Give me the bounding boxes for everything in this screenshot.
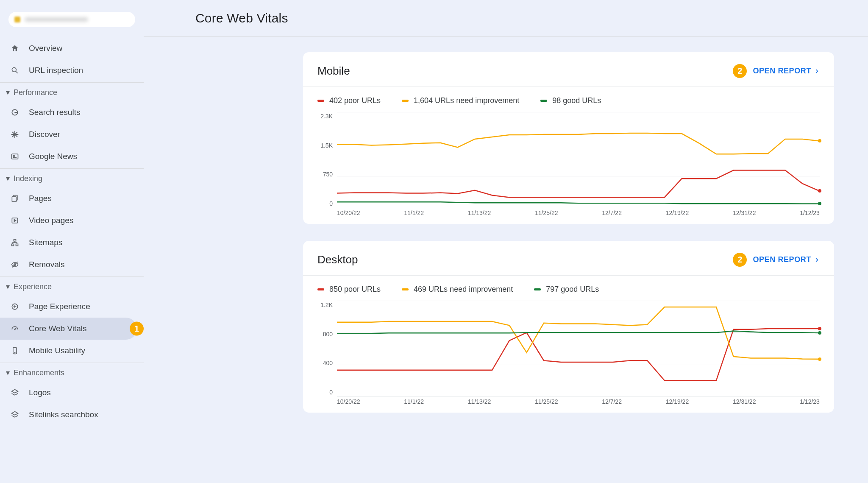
- annotation-marker-2: 2: [733, 253, 747, 267]
- sidebar-item-url-inspection[interactable]: URL inspection: [0, 59, 144, 81]
- legend-poor-label: 402 poor URLs: [329, 96, 381, 105]
- legend-poor: 850 poor URLs: [317, 285, 381, 294]
- open-report-link[interactable]: OPEN REPORT: [753, 67, 820, 75]
- open-report-link[interactable]: OPEN REPORT: [753, 255, 820, 264]
- layers-icon: [10, 410, 19, 419]
- sidebar: Overview URL inspection ▾ Performance Se…: [0, 0, 144, 483]
- visibility-off-icon: [10, 260, 19, 269]
- svg-point-13: [14, 352, 15, 353]
- svg-point-11: [14, 329, 15, 330]
- chevron-down-icon: ▾: [5, 90, 10, 95]
- sidebar-item-label: Mobile Usability: [29, 346, 85, 355]
- legend-good: 797 good URLs: [534, 285, 599, 294]
- home-icon: [10, 44, 19, 53]
- sidebar-item-video-pages[interactable]: Video pages: [0, 209, 144, 232]
- divider: [0, 168, 144, 169]
- annotation-marker-2: 2: [733, 64, 747, 78]
- layers-icon: [10, 388, 19, 397]
- legend-improve-label: 1,604 URLs need improvement: [414, 96, 519, 105]
- sidebar-item-mobile-usability[interactable]: Mobile Usability: [0, 340, 144, 362]
- sidebar-item-pages[interactable]: Pages: [0, 187, 144, 209]
- asterisk-icon: [10, 130, 19, 139]
- video-icon: [10, 216, 19, 225]
- divider: [0, 276, 144, 277]
- group-experience[interactable]: ▾ Experience: [0, 278, 144, 296]
- sidebar-item-label: URL inspection: [29, 66, 83, 75]
- sidebar-item-search-results[interactable]: Search results: [0, 101, 144, 123]
- sidebar-item-google-news[interactable]: Google News: [0, 145, 144, 168]
- chevron-right-icon: [814, 68, 820, 74]
- google-icon: [10, 108, 19, 117]
- legend-good-label: 98 good URLs: [552, 96, 601, 105]
- sidebar-item-label: Video pages: [29, 216, 73, 225]
- chevron-down-icon: ▾: [5, 284, 10, 289]
- sidebar-item-label: Google News: [29, 152, 77, 161]
- svg-rect-6: [14, 240, 16, 241]
- sidebar-item-overview[interactable]: Overview: [0, 37, 144, 59]
- desktop-chart: 1.2K800400010/20/2211/1/2211/13/2211/25/…: [317, 301, 820, 407]
- group-label: Enhancements: [14, 369, 64, 377]
- legend-good: 98 good URLs: [540, 96, 601, 105]
- sidebar-item-core-web-vitals[interactable]: Core Web Vitals 1: [0, 318, 137, 340]
- sidebar-item-label: Logos: [29, 388, 51, 397]
- site-favicon: [14, 17, 20, 22]
- sidebar-item-label: Core Web Vitals: [29, 324, 87, 333]
- card-title: Mobile: [317, 64, 727, 78]
- group-label: Performance: [14, 88, 57, 97]
- svg-rect-8: [16, 244, 18, 246]
- svg-point-0: [12, 67, 16, 72]
- chevron-right-icon: [814, 257, 820, 263]
- sidebar-item-label: Discover: [29, 130, 60, 139]
- sidebar-item-label: Removals: [29, 260, 64, 269]
- sidebar-item-label: Page Experience: [29, 302, 90, 311]
- sidebar-item-label: Pages: [29, 194, 52, 203]
- sidebar-item-label: Sitemaps: [29, 238, 62, 247]
- chevron-down-icon: ▾: [5, 370, 10, 375]
- chart-legend: 402 poor URLs 1,604 URLs need improvemen…: [303, 87, 834, 109]
- sidebar-item-discover[interactable]: Discover: [0, 123, 144, 145]
- sidebar-item-label: Sitelinks searchbox: [29, 410, 98, 419]
- plus-circle-icon: [10, 302, 19, 311]
- divider: [0, 82, 144, 83]
- card-title: Desktop: [317, 253, 727, 266]
- legend-poor-label: 850 poor URLs: [329, 285, 381, 294]
- legend-good-label: 797 good URLs: [546, 285, 599, 294]
- card-mobile: Mobile 2 OPEN REPORT 402 poor URLs 1,604…: [303, 52, 834, 224]
- svg-rect-4: [12, 197, 16, 202]
- legend-improve: 1,604 URLs need improvement: [402, 96, 519, 105]
- sitemap-icon: [10, 238, 19, 247]
- sidebar-item-sitemaps[interactable]: Sitemaps: [0, 232, 144, 254]
- sidebar-item-logos[interactable]: Logos: [0, 382, 144, 404]
- open-report-label: OPEN REPORT: [753, 67, 811, 75]
- group-enhancements[interactable]: ▾ Enhancements: [0, 364, 144, 382]
- speed-icon: [10, 324, 19, 333]
- group-performance[interactable]: ▾ Performance: [0, 84, 144, 101]
- sidebar-item-page-experience[interactable]: Page Experience: [0, 296, 144, 318]
- group-indexing[interactable]: ▾ Indexing: [0, 170, 144, 187]
- open-report-label: OPEN REPORT: [753, 255, 811, 264]
- main-content: Core Web Vitals Mobile 2 OPEN REPORT 402…: [144, 0, 868, 483]
- sidebar-item-removals[interactable]: Removals: [0, 254, 144, 276]
- svg-rect-7: [12, 244, 14, 246]
- group-label: Experience: [14, 282, 52, 291]
- site-selector[interactable]: [8, 12, 135, 27]
- smartphone-icon: [10, 346, 19, 355]
- annotation-marker-1: 1: [130, 322, 144, 336]
- group-label: Indexing: [14, 174, 42, 183]
- legend-improve-label: 469 URLs need improvement: [414, 285, 513, 294]
- chart-legend: 850 poor URLs 469 URLs need improvement …: [303, 276, 834, 298]
- mobile-chart: 2.3K1.5K750010/20/2211/1/2211/13/2211/25…: [317, 112, 820, 218]
- sidebar-item-sitelinks-searchbox[interactable]: Sitelinks searchbox: [0, 404, 144, 426]
- page-title: Core Web Vitals: [144, 0, 868, 37]
- legend-improve: 469 URLs need improvement: [402, 285, 513, 294]
- legend-poor: 402 poor URLs: [317, 96, 381, 105]
- card-desktop: Desktop 2 OPEN REPORT 850 poor URLs 469 …: [303, 241, 834, 413]
- site-name-blurred: [25, 17, 88, 22]
- search-icon: [10, 66, 19, 75]
- divider: [0, 363, 144, 363]
- sidebar-item-label: Overview: [29, 44, 62, 53]
- sidebar-item-label: Search results: [29, 108, 80, 117]
- news-icon: [10, 152, 19, 161]
- pages-icon: [10, 194, 19, 203]
- chevron-down-icon: ▾: [5, 176, 10, 181]
